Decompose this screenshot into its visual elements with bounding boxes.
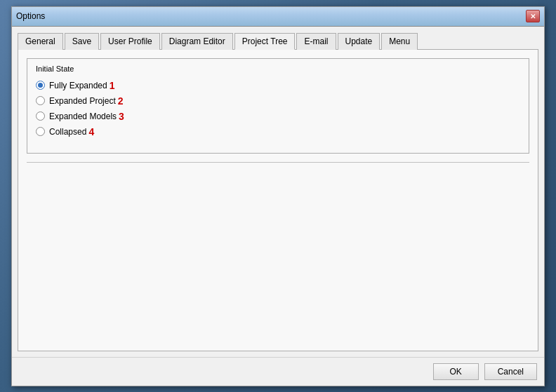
radio-number-3: 3 (119, 111, 124, 122)
tab-save[interactable]: Save (65, 33, 99, 50)
tabs-container: General Save User Profile Diagram Editor… (18, 32, 538, 50)
tab-email[interactable]: E-mail (296, 33, 336, 50)
dialog-footer: OK Cancel (12, 357, 544, 386)
radio-label-expanded-project: Expanded Project (49, 96, 116, 106)
radio-label-expanded-models: Expanded Models (49, 111, 117, 121)
radio-number-2: 2 (118, 95, 124, 107)
tab-general[interactable]: General (18, 33, 63, 50)
options-dialog: Options ✕ General Save User Profile Diag… (11, 6, 545, 386)
cancel-button[interactable]: Cancel (484, 363, 537, 380)
ok-button[interactable]: OK (433, 363, 479, 380)
radio-number-4: 4 (88, 126, 94, 137)
dialog-body: General Save User Profile Diagram Editor… (12, 27, 544, 357)
radio-fully-expanded[interactable]: Fully Expanded 1 (36, 80, 520, 91)
tab-update[interactable]: Update (338, 33, 380, 50)
radio-number-1: 1 (110, 80, 115, 91)
tab-project-tree[interactable]: Project Tree (234, 33, 296, 50)
tab-menu[interactable]: Menu (381, 33, 418, 50)
radio-input-expanded-models[interactable] (36, 111, 45, 121)
radio-collapsed[interactable]: Collapsed 4 (36, 126, 520, 137)
title-bar: Options ✕ (12, 7, 544, 27)
group-label: Initial State (36, 65, 520, 73)
radio-input-collapsed[interactable] (36, 127, 45, 136)
tab-diagram-editor[interactable]: Diagram Editor (161, 33, 233, 50)
initial-state-group: Initial State Fully Expanded 1 Expanded … (27, 58, 529, 154)
dialog-title: Options (16, 11, 45, 21)
radio-input-expanded-project[interactable] (36, 96, 45, 105)
radio-label-fully-expanded: Fully Expanded (49, 81, 107, 90)
radio-expanded-project[interactable]: Expanded Project 2 (36, 95, 520, 107)
radio-label-collapsed: Collapsed (49, 127, 86, 137)
tab-user-profile[interactable]: User Profile (100, 33, 160, 50)
radio-expanded-models[interactable]: Expanded Models 3 (36, 111, 520, 122)
tab-content-project-tree: Initial State Fully Expanded 1 Expanded … (18, 50, 538, 351)
divider (27, 162, 529, 163)
radio-input-fully-expanded[interactable] (36, 81, 45, 90)
close-button[interactable]: ✕ (526, 10, 540, 22)
